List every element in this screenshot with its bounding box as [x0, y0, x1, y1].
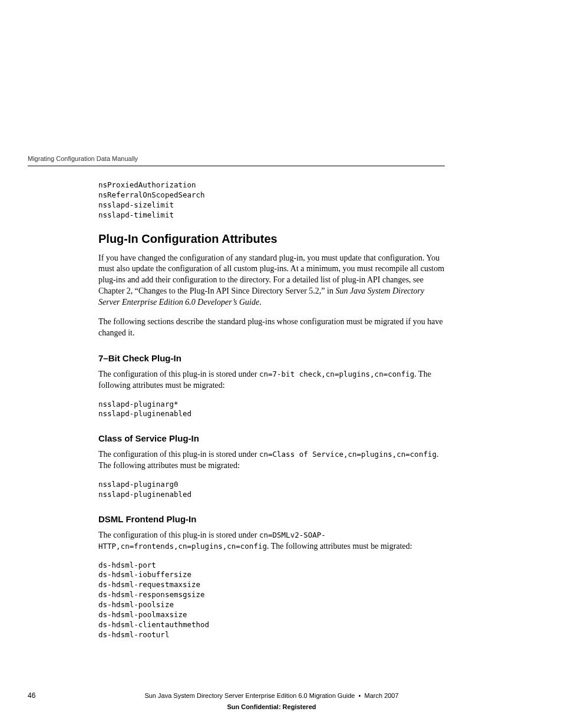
subsection-heading-cos: Class of Service Plug-In: [98, 433, 445, 443]
sub2-pre: The configuration of this plug-in is sto…: [98, 450, 259, 459]
subsection-heading-dsml: DSML Frontend Plug-In: [98, 514, 445, 524]
sub1-para: The configuration of this plug-in is sto…: [98, 369, 445, 391]
footer-line-1: 46 Sun Java System Directory Server Ente…: [28, 691, 445, 700]
sub3-post: . The following attributes must be migra…: [267, 542, 412, 551]
sub1-pre: The configuration of this plug-in is sto…: [98, 370, 259, 378]
code-block-top: nsProxiedAuthorization nsReferralOnScope…: [98, 180, 445, 220]
page-footer: 46 Sun Java System Directory Server Ente…: [28, 691, 445, 710]
footer-doc-title: Sun Java System Directory Server Enterpr…: [98, 692, 445, 699]
footer-confidential: Sun Confidential: Registered: [28, 703, 445, 710]
code-block-dsml: ds-hdsml-port ds-hdsml-iobuffersize ds-h…: [98, 561, 445, 640]
code-block-cos: nsslapd-pluginarg0 nsslapd-pluginenabled: [98, 480, 445, 500]
sub1-code-inline: cn=7-bit check,cn=plugins,cn=config: [259, 370, 414, 378]
page-number: 46: [28, 691, 98, 700]
section-para-1: If you have changed the configuration of…: [98, 253, 445, 308]
document-page: Migrating Configuration Data Manually ns…: [0, 0, 562, 728]
section-para-2: The following sections describe the stan…: [98, 317, 445, 339]
content-column: nsProxiedAuthorization nsReferralOnScope…: [98, 180, 445, 640]
sub3-pre: The configuration of this plug-in is sto…: [98, 531, 259, 539]
header-rule: [28, 166, 445, 166]
sub2-para: The configuration of this plug-in is sto…: [98, 449, 445, 472]
para-tail: .: [259, 298, 262, 307]
section-heading: Plug-In Configuration Attributes: [98, 232, 445, 246]
running-header: Migrating Configuration Data Manually: [28, 155, 445, 162]
subsection-heading-7bit: 7–Bit Check Plug-In: [98, 353, 445, 363]
sub2-code-inline: cn=Class of Service,cn=plugins,cn=config: [259, 450, 437, 459]
sub3-para: The configuration of this plug-in is sto…: [98, 530, 445, 552]
code-block-7bit: nsslapd-pluginarg* nsslapd-pluginenabled: [98, 400, 445, 420]
